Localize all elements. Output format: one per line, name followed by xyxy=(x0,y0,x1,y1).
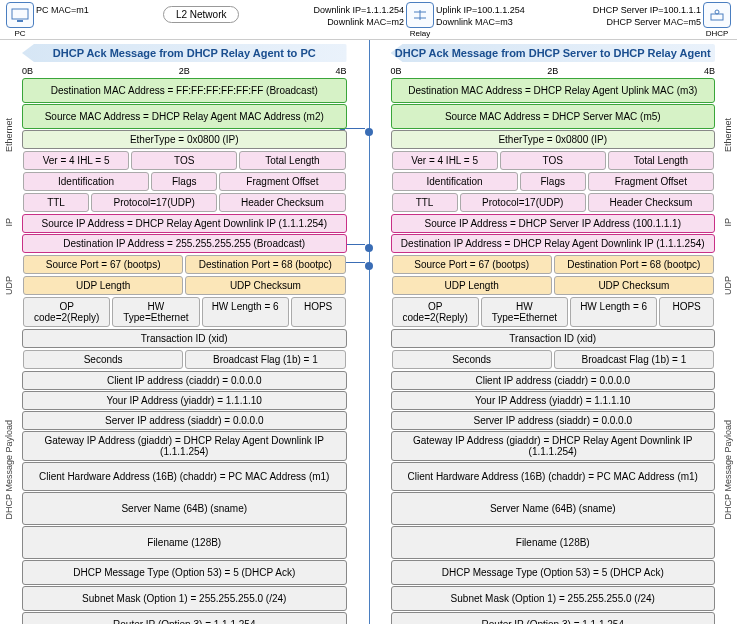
dhcp-xid: Transaction ID (xid) xyxy=(22,329,347,348)
dhcp-giaddr: Gateway IP Address (giaddr) = DHCP Relay… xyxy=(391,431,716,461)
top-bar: PC PC MAC=m1 L2 Network Downlink IP=1.1.… xyxy=(0,0,737,40)
dhcp-siaddr: Server IP address (siaddr) = 0.0.0.0 xyxy=(22,411,347,430)
dhcp-opt1: Subnet Mask (Option 1) = 255.255.255.0 (… xyxy=(391,586,716,611)
svg-point-3 xyxy=(715,10,719,14)
dhcp-siaddr: Server IP address (siaddr) = 0.0.0.0 xyxy=(391,411,716,430)
byte-ruler: 0B2B4B xyxy=(22,66,347,77)
dhcp-row3: SecondsBroadcast Flag (1b) = 1 xyxy=(391,349,716,370)
relay-icon: Relay xyxy=(406,2,434,38)
byte-ruler: 0B2B4B xyxy=(391,66,716,77)
uplink-ip: Uplink IP=100.1.1.254 xyxy=(436,4,525,16)
dhcp-file: Filename (128B) xyxy=(391,526,716,559)
dhcp-opt1: Subnet Mask (Option 1) = 255.255.255.0 (… xyxy=(22,586,347,611)
ip-row2: IdentificationFlagsFragment Offset xyxy=(391,171,716,192)
dhcp-opt3: Router IP (Option 3) = 1.1.1.254 xyxy=(22,612,347,624)
dhcp-chaddr: Client Hardware Address (16B) (chaddr) =… xyxy=(391,462,716,491)
downlink-ip: Downlink IP=1.1.1.254 xyxy=(314,4,404,16)
eth-dest: Destination MAC Address = DHCP Relay Age… xyxy=(391,78,716,103)
svg-rect-0 xyxy=(12,9,28,19)
dhcp-yiaddr: Your IP Address (yiaddr) = 1.1.1.10 xyxy=(22,391,347,410)
ip-label: IP xyxy=(723,218,733,227)
dhcp-row1: OP code=2(Reply)HW Type=EthernetHW Lengt… xyxy=(391,296,716,328)
ip-src: Source IP Address = DHCP Relay Agent Dow… xyxy=(22,214,347,233)
dhcp-sname: Server Name (64B) (sname) xyxy=(391,492,716,525)
dhcp-sname: Server Name (64B) (sname) xyxy=(22,492,347,525)
svg-rect-2 xyxy=(711,14,723,20)
ip-row1: Ver = 4 IHL = 5TOSTotal Length xyxy=(391,150,716,171)
dhcp-icon: DHCP xyxy=(703,2,731,38)
pc-mac: PC MAC=m1 xyxy=(36,4,89,16)
dhcp-row3: SecondsBroadcast Flag (1b) = 1 xyxy=(22,349,347,370)
pc-icon: PC xyxy=(6,2,34,38)
eth-src: Source MAC Address = DHCP Relay Agent MA… xyxy=(22,104,347,129)
payload-label: DHCP Message Payload xyxy=(723,420,733,519)
downlink-mac: Downlink MAC=m2 xyxy=(314,16,404,28)
svg-rect-1 xyxy=(17,20,23,22)
ip-row1: Ver = 4 IHL = 5TOSTotal Length xyxy=(22,150,347,171)
ip-src: Source IP Address = DHCP Server IP Addre… xyxy=(391,214,716,233)
ethernet-label: Ethernet xyxy=(4,118,14,152)
right-column: DHCP Ack Message from DHCP Server to DHC… xyxy=(369,40,738,624)
dhcp-opt3: Router IP (Option 3) = 1.1.1.254 xyxy=(391,612,716,624)
dhcp-opt53: DHCP Message Type (Option 53) = 5 (DHCP … xyxy=(22,560,347,585)
udp-row2: UDP LengthUDP Checksum xyxy=(391,275,716,296)
dhcp-xid: Transaction ID (xid) xyxy=(391,329,716,348)
dhcp-ciaddr: Client IP address (ciaddr) = 0.0.0.0 xyxy=(391,371,716,390)
udp-row1: Source Port = 67 (bootps)Destination Por… xyxy=(22,254,347,275)
main: DHCP Ack Message from DHCP Relay Agent t… xyxy=(0,40,737,624)
eth-dest: Destination MAC Address = FF:FF:FF:FF:FF… xyxy=(22,78,347,103)
ip-dst: Destination IP Address = DHCP Relay Agen… xyxy=(391,234,716,253)
server-ip: DHCP Server IP=100.1.1.1 xyxy=(593,4,701,16)
dhcp-chaddr: Client Hardware Address (16B) (chaddr) =… xyxy=(22,462,347,491)
udp-label: UDP xyxy=(4,276,14,295)
payload-label: DHCP Message Payload xyxy=(4,420,14,519)
dhcp-row1: OP code=2(Reply)HW Type=EthernetHW Lengt… xyxy=(22,296,347,328)
ethernet-label: Ethernet xyxy=(723,118,733,152)
dhcp-file: Filename (128B) xyxy=(22,526,347,559)
left-header: DHCP Ack Message from DHCP Relay Agent t… xyxy=(22,44,347,62)
udp-row2: UDP LengthUDP Checksum xyxy=(22,275,347,296)
udp-row1: Source Port = 67 (bootps)Destination Por… xyxy=(391,254,716,275)
right-header: DHCP Ack Message from DHCP Server to DHC… xyxy=(391,44,716,62)
ip-dst: Destination IP Address = 255.255.255.255… xyxy=(22,234,347,253)
server-mac: DHCP Server MAC=m5 xyxy=(593,16,701,28)
dhcp-ciaddr: Client IP address (ciaddr) = 0.0.0.0 xyxy=(22,371,347,390)
dhcp-yiaddr: Your IP Address (yiaddr) = 1.1.1.10 xyxy=(391,391,716,410)
dhcp-giaddr: Gateway IP Address (giaddr) = DHCP Relay… xyxy=(22,431,347,461)
uplink-mac: Downlink MAC=m3 xyxy=(436,16,525,28)
eth-type: EtherType = 0x0800 (IP) xyxy=(391,130,716,149)
ip-row3: TTLProtocol=17(UDP)Header Checksum xyxy=(22,192,347,213)
eth-type: EtherType = 0x0800 (IP) xyxy=(22,130,347,149)
left-column: DHCP Ack Message from DHCP Relay Agent t… xyxy=(0,40,369,624)
eth-src: Source MAC Address = DHCP Server MAC (m5… xyxy=(391,104,716,129)
ip-row2: IdentificationFlagsFragment Offset xyxy=(22,171,347,192)
ip-row3: TTLProtocol=17(UDP)Header Checksum xyxy=(391,192,716,213)
ip-label: IP xyxy=(4,218,14,227)
l2-network-label: L2 Network xyxy=(163,6,240,23)
udp-label: UDP xyxy=(723,276,733,295)
dhcp-opt53: DHCP Message Type (Option 53) = 5 (DHCP … xyxy=(391,560,716,585)
